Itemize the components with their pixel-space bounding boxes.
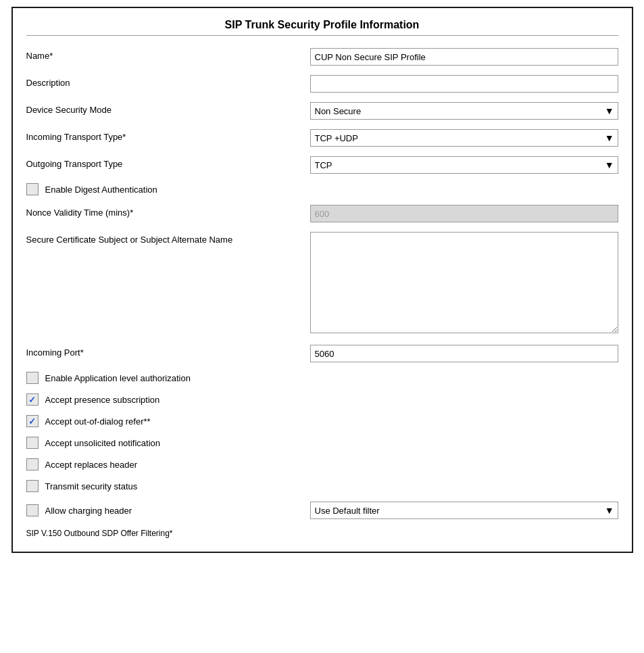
incoming-transport-select[interactable]: TCP +UDP TCP UDP TLS xyxy=(310,129,618,147)
cert-subject-label: Secure Certificate Subject or Subject Al… xyxy=(26,232,310,245)
section-title: SIP Trunk Security Profile Information xyxy=(26,19,618,36)
transmit-security-row: Transmit security status xyxy=(26,480,618,492)
nonce-validity-control xyxy=(310,205,618,222)
enable-digest-row: Enable Digest Authentication xyxy=(26,183,618,195)
incoming-port-input[interactable] xyxy=(310,345,618,362)
accept-out-of-dialog-label: Accept out-of-dialog refer** xyxy=(45,416,151,427)
accept-replaces-row: Accept replaces header xyxy=(26,458,618,470)
accept-presence-row: Accept presence subscription xyxy=(26,393,618,406)
allow-charging-checkbox-part: Allow charging header xyxy=(26,504,310,516)
outgoing-transport-select[interactable]: TCP UDP TLS xyxy=(310,156,618,174)
allow-charging-select-wrapper: Use Default filter Enable Disable ▼ xyxy=(310,502,618,519)
name-row: Name* xyxy=(26,48,618,66)
name-label: Name* xyxy=(26,48,310,61)
outgoing-transport-label: Outgoing Transport Type xyxy=(26,156,310,169)
outgoing-transport-row: Outgoing Transport Type TCP UDP TLS ▼ xyxy=(26,156,618,174)
cert-subject-control xyxy=(310,232,618,335)
incoming-transport-control: TCP +UDP TCP UDP TLS ▼ xyxy=(310,129,618,147)
incoming-port-label: Incoming Port* xyxy=(26,345,310,358)
enable-app-auth-row: Enable Application level authorization xyxy=(26,372,618,384)
nonce-validity-input[interactable] xyxy=(310,205,618,222)
outgoing-transport-wrapper: TCP UDP TLS ▼ xyxy=(310,156,618,174)
nonce-validity-row: Nonce Validity Time (mins)* xyxy=(26,205,618,222)
accept-presence-checkbox[interactable] xyxy=(26,393,39,406)
accept-unsolicited-checkbox[interactable] xyxy=(26,437,39,449)
enable-digest-label: Enable Digest Authentication xyxy=(45,185,157,195)
accept-presence-label: Accept presence subscription xyxy=(45,395,160,405)
accept-replaces-checkbox[interactable] xyxy=(26,458,39,470)
incoming-port-row: Incoming Port* xyxy=(26,345,618,362)
description-label: Description xyxy=(26,75,310,88)
enable-app-auth-checkbox[interactable] xyxy=(26,372,39,384)
allow-charging-row: Allow charging header Use Default filter… xyxy=(26,502,618,519)
accept-unsolicited-row: Accept unsolicited notification xyxy=(26,437,618,449)
allow-charging-select-wrapper-outer: Use Default filter Enable Disable ▼ xyxy=(310,502,618,519)
description-row: Description xyxy=(26,75,618,93)
sip-v150-label: SIP V.150 Outbound SDP Offer Filtering* xyxy=(26,529,618,538)
accept-unsolicited-label: Accept unsolicited notification xyxy=(45,438,161,448)
form-container: SIP Trunk Security Profile Information N… xyxy=(11,7,633,553)
incoming-port-control xyxy=(310,345,618,362)
device-security-mode-select[interactable]: Non Secure Authenticated Encrypted xyxy=(310,102,618,120)
nonce-validity-label: Nonce Validity Time (mins)* xyxy=(26,205,310,218)
enable-app-auth-label: Enable Application level authorization xyxy=(45,373,191,383)
allow-charging-checkbox[interactable] xyxy=(26,504,39,516)
allow-charging-label: Allow charging header xyxy=(45,506,132,516)
device-security-mode-control: Non Secure Authenticated Encrypted ▼ xyxy=(310,102,618,120)
device-security-mode-row: Device Security Mode Non Secure Authenti… xyxy=(26,102,618,120)
incoming-transport-wrapper: TCP +UDP TCP UDP TLS ▼ xyxy=(310,129,618,147)
incoming-transport-row: Incoming Transport Type* TCP +UDP TCP UD… xyxy=(26,129,618,147)
allow-charging-select[interactable]: Use Default filter Enable Disable xyxy=(310,502,618,519)
transmit-security-label: Transmit security status xyxy=(45,481,138,491)
device-security-mode-wrapper: Non Secure Authenticated Encrypted ▼ xyxy=(310,102,618,120)
cert-subject-textarea[interactable] xyxy=(310,232,618,333)
description-control xyxy=(310,75,618,93)
cert-subject-row: Secure Certificate Subject or Subject Al… xyxy=(26,232,618,335)
accept-out-of-dialog-checkbox[interactable] xyxy=(26,415,39,427)
description-input[interactable] xyxy=(310,75,618,93)
outgoing-transport-control: TCP UDP TLS ▼ xyxy=(310,156,618,174)
transmit-security-checkbox[interactable] xyxy=(26,480,39,492)
incoming-transport-label: Incoming Transport Type* xyxy=(26,129,310,142)
name-input[interactable] xyxy=(310,48,618,66)
device-security-mode-label: Device Security Mode xyxy=(26,102,310,115)
accept-replaces-label: Accept replaces header xyxy=(45,460,138,470)
name-control xyxy=(310,48,618,66)
enable-digest-checkbox[interactable] xyxy=(26,183,39,195)
accept-out-of-dialog-row: Accept out-of-dialog refer** xyxy=(26,415,618,427)
